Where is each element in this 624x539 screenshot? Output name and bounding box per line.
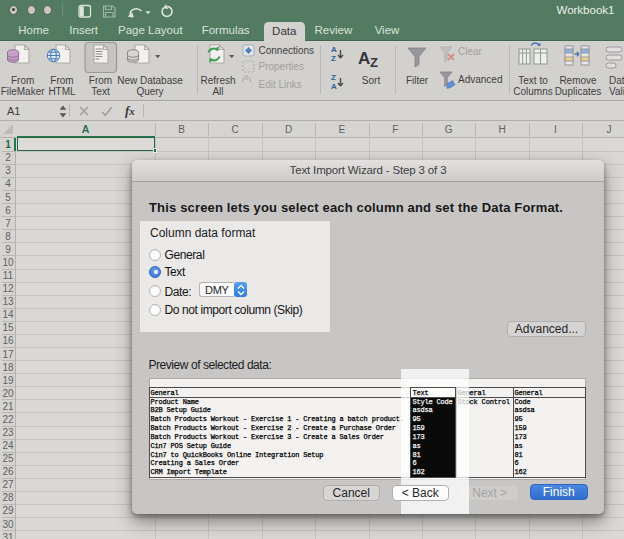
- svg-text:A: A: [358, 49, 370, 68]
- svg-text:Z: Z: [370, 55, 378, 70]
